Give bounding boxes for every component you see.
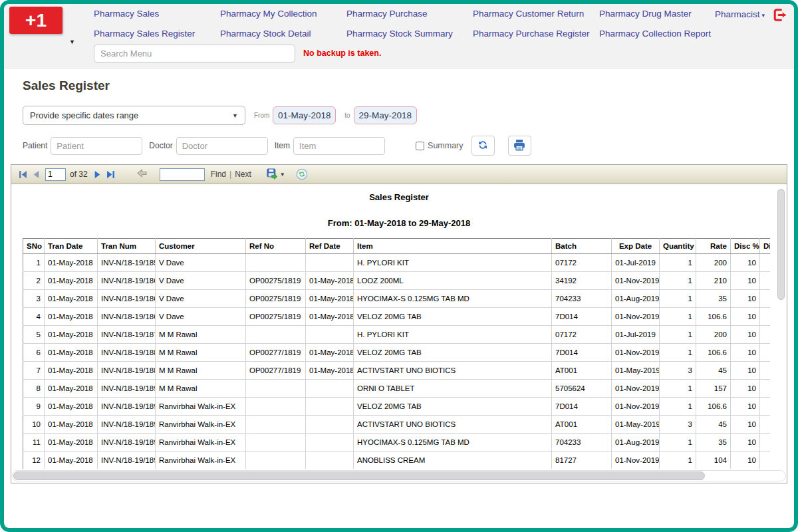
find-separator: |	[229, 170, 231, 179]
vertical-scrollbar[interactable]	[777, 189, 785, 300]
report-cell: 01-May-2018	[306, 290, 354, 308]
horizontal-scrollbar-thumb[interactable]	[13, 471, 705, 480]
column-header: Di	[760, 239, 771, 254]
column-header: Tran Num	[98, 239, 156, 254]
report-cell: 01-Nov-2019	[612, 308, 660, 326]
report-cell: 01-May-2018	[45, 344, 98, 362]
total-pages-label: of 32	[70, 170, 88, 179]
report-cell: 1	[660, 380, 696, 398]
report-cell: 81727	[552, 452, 612, 469]
next-link[interactable]: Next	[235, 170, 251, 179]
filter-row-dates: Provide specific dates range ▼ From to	[23, 106, 794, 125]
report-cell: 01-May-2019	[612, 416, 660, 434]
report-cell	[306, 416, 354, 434]
user-menu-label: Pharmacist	[715, 9, 760, 19]
report-cell: 45	[696, 416, 731, 434]
nav-pharmacy-my-collection[interactable]: Pharmacy My Collection	[220, 9, 346, 19]
report-cell: OP00275/1819	[246, 290, 306, 308]
last-page-button[interactable]	[106, 170, 115, 179]
report-cell: 1	[23, 254, 45, 272]
find-link[interactable]: Find	[211, 170, 226, 179]
find-next-links: Find|Next	[211, 170, 251, 179]
report-cell: 104	[696, 452, 731, 469]
user-menu[interactable]: Pharmacist▾	[715, 9, 765, 19]
report-cell	[760, 272, 771, 290]
nav-pharmacy-sales-register[interactable]: Pharmacy Sales Register	[94, 29, 220, 39]
patient-field[interactable]	[51, 137, 142, 155]
report-refresh-icon[interactable]	[296, 168, 308, 180]
report-cell: 704233	[552, 434, 612, 452]
report-cell: ACTIVSTART UNO BIOTICS	[354, 362, 552, 380]
filter-row-fields: Patient Doctor Item Summary	[23, 136, 794, 156]
report-cell: 01-May-2018	[45, 434, 98, 452]
nav-pharmacy-stock-summary[interactable]: Pharmacy Stock Summary	[346, 29, 473, 39]
table-row: 701-May-2018INV-N/18-19/188M M RawalOP00…	[23, 362, 771, 380]
column-header: Tran Date	[45, 239, 98, 254]
column-header: Item	[354, 239, 552, 254]
report-cell: AT001	[552, 362, 612, 380]
nav-pharmacy-purchase[interactable]: Pharmacy Purchase	[346, 9, 473, 19]
report-cell: 01-Jul-2019	[612, 326, 660, 344]
patient-label: Patient	[23, 141, 47, 150]
report-cell: LOOZ 200ML	[354, 272, 552, 290]
report-cell: 01-May-2018	[45, 362, 98, 380]
find-text-input[interactable]	[160, 168, 205, 181]
summary-option: Summary	[416, 141, 463, 150]
menu-toggle-icon[interactable]: ▼	[69, 39, 75, 45]
nav-pharmacy-purchase-register[interactable]: Pharmacy Purchase Register	[473, 29, 599, 39]
report-cell: 01-May-2018	[45, 452, 98, 469]
report-cell	[760, 452, 771, 469]
refresh-button[interactable]	[471, 136, 495, 156]
report-cell: ORNI O TABLET	[354, 380, 552, 398]
nav-pharmacy-drug-master[interactable]: Pharmacy Drug Master	[599, 9, 726, 19]
page-number-input[interactable]	[45, 168, 66, 181]
doctor-field[interactable]	[176, 137, 268, 155]
table-row: 401-May-2018INV-N/18-19/186V DaveOP00275…	[23, 308, 771, 326]
report-cell	[760, 362, 771, 380]
nav-pharmacy-collection-report[interactable]: Pharmacy Collection Report	[599, 29, 726, 39]
report-cell: 01-May-2018	[45, 290, 98, 308]
report-cell: 10	[731, 416, 760, 434]
summary-label: Summary	[428, 141, 463, 150]
report-cell: 210	[696, 272, 731, 290]
report-cell: M M Rawal	[156, 362, 246, 380]
report-cell	[760, 344, 771, 362]
report-cell: 10	[731, 272, 760, 290]
table-row: 801-May-2018INV-N/18-19/189M M RawalORNI…	[23, 380, 771, 398]
export-button[interactable]: ▼	[266, 168, 285, 182]
print-button[interactable]	[508, 136, 531, 156]
horizontal-scrollbar-track[interactable]	[12, 470, 786, 481]
table-header-row: SNoTran DateTran NumCustomerRef NoRef Da…	[23, 239, 771, 254]
nav-pharmacy-sales[interactable]: Pharmacy Sales	[94, 9, 220, 19]
report-cell: 1	[660, 272, 696, 290]
next-page-button[interactable]	[93, 170, 102, 179]
previous-page-button[interactable]	[32, 170, 41, 179]
report-cell: 200	[696, 254, 731, 272]
summary-checkbox[interactable]	[416, 142, 424, 150]
to-date-field[interactable]	[354, 106, 417, 124]
report-cell: 6	[23, 344, 45, 362]
chevron-down-icon: ▼	[280, 172, 285, 178]
report-cell: 01-Nov-2019	[612, 398, 660, 416]
report-cell: 106.6	[696, 308, 731, 326]
report-cell: 1	[660, 434, 696, 452]
back-to-parent-icon[interactable]	[137, 169, 147, 180]
from-date-field[interactable]	[273, 106, 336, 124]
table-row: 901-May-2018INV-N/18-19/189Ranvirbhai Wa…	[23, 398, 771, 416]
logout-icon[interactable]	[772, 7, 787, 25]
item-field[interactable]	[293, 137, 385, 155]
report-cell: 07172	[552, 254, 612, 272]
app-window: +1 ▼ Pharmacy Sales Pharmacy My Collecti…	[0, 0, 798, 532]
nav-pharmacy-stock-detail[interactable]: Pharmacy Stock Detail	[220, 29, 346, 39]
report-cell: INV-N/18-19/189	[98, 452, 156, 469]
report-cell: 3	[23, 290, 45, 308]
chevron-down-icon: ▼	[232, 112, 238, 119]
report-cell	[306, 398, 354, 416]
nav-pharmacy-customer-return[interactable]: Pharmacy Customer Return	[473, 9, 599, 19]
report-cell: INV-N/18-19/189	[98, 398, 156, 416]
date-range-select[interactable]: Provide specific dates range ▼	[23, 106, 245, 125]
search-input[interactable]	[94, 45, 295, 63]
report-cell: 4	[23, 308, 45, 326]
table-row: 1101-May-2018INV-N/18-19/189Ranvirbhai W…	[23, 434, 771, 452]
first-page-button[interactable]	[19, 170, 27, 179]
